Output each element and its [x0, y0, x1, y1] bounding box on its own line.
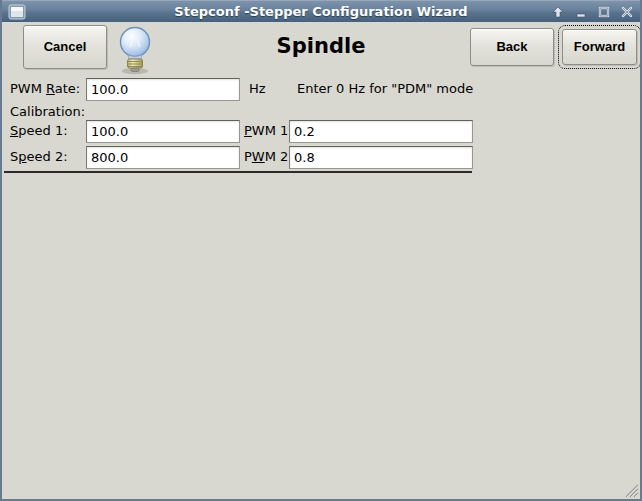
label-part: WM 1: — [252, 123, 293, 138]
label-part: PWM — [10, 81, 46, 96]
label-mnemonic: P — [244, 123, 252, 138]
resize-grip[interactable] — [625, 484, 639, 498]
speed1-label: Speed 1: — [10, 120, 68, 142]
hz-unit-label: Hz — [249, 78, 266, 100]
pwm1-label: PWM 1: — [244, 120, 293, 142]
wizard-page-spindle: Cancel S — [2, 22, 640, 499]
pwm2-input[interactable] — [289, 146, 473, 169]
pdm-hint-text: Enter 0 Hz for "PDM" mode — [297, 78, 473, 100]
speed2-input[interactable] — [86, 146, 240, 169]
pwm2-label: PWM 2: — [244, 146, 293, 168]
pwm-rate-input[interactable] — [86, 78, 240, 101]
shade-icon[interactable] — [551, 5, 565, 19]
close-icon[interactable] — [620, 5, 634, 19]
window-title: Stepconf -Stepper Configuration Wizard — [0, 1, 642, 22]
label-mnemonic: p — [18, 149, 26, 164]
close-glyph — [621, 6, 633, 18]
label-mnemonic: R — [46, 81, 55, 96]
back-button[interactable]: Back — [470, 28, 554, 66]
pwm-rate-label: PWM Rate: — [10, 78, 80, 100]
speed2-label: Speed 2: — [10, 146, 68, 168]
minimize-glyph — [575, 6, 587, 18]
stepconf-window: Stepconf -Stepper Configuration Wizard — [0, 0, 642, 501]
form-separator — [4, 171, 472, 173]
titlebar[interactable]: Stepconf -Stepper Configuration Wizard — [0, 0, 642, 22]
maximize-icon[interactable] — [597, 5, 611, 19]
forward-button[interactable]: Forward — [562, 29, 637, 65]
up-arrow-icon — [552, 6, 564, 18]
label-part: ate: — [55, 81, 80, 96]
label-mnemonic: W — [252, 149, 265, 164]
speed1-input[interactable] — [86, 120, 240, 143]
maximize-glyph — [598, 6, 610, 18]
label-part: peed 1: — [18, 123, 67, 138]
pwm1-input[interactable] — [289, 120, 473, 143]
minimize-icon[interactable] — [574, 5, 588, 19]
label-part: P — [244, 149, 252, 164]
label-part: eed 2: — [27, 149, 68, 164]
